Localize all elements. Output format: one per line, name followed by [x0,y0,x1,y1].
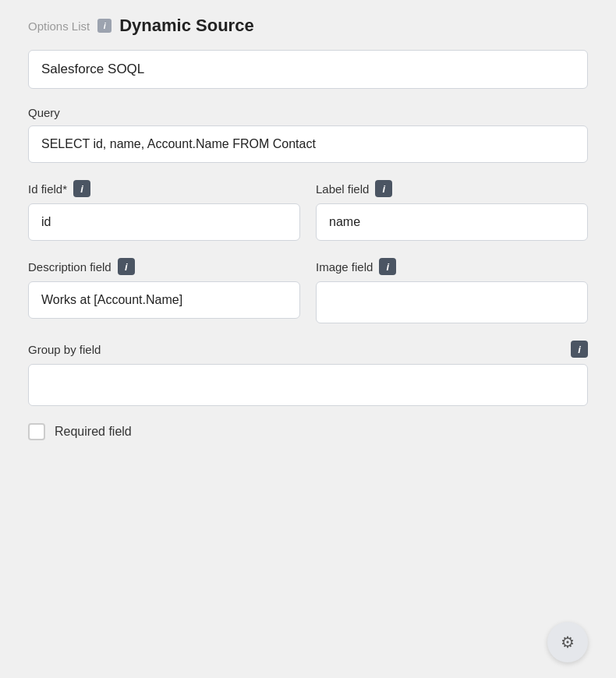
options-list-info-icon[interactable]: i [97,19,112,33]
id-label-row: Id field* i id Label field i name [28,180,588,241]
description-field-label-row: Description field i [28,258,300,275]
required-field-row: Required field [28,423,588,440]
id-field-section: Id field* i id [28,180,300,241]
required-field-label: Required field [55,425,132,439]
description-field-info-icon[interactable]: i [118,258,135,275]
query-label-text: Query [28,106,60,119]
group-by-field-section: Group by field i [28,341,588,406]
label-field-info-icon[interactable]: i [375,180,392,197]
image-field-label-row: Image field i [316,258,588,275]
group-by-field-label-text: Group by field [28,343,101,356]
image-field-input[interactable] [316,281,588,323]
group-by-field-label-row: Group by field i [28,341,588,358]
group-by-field-input[interactable] [28,364,588,406]
id-field-label-text: Id field* [28,182,67,196]
label-field-input[interactable]: name [316,203,588,241]
description-field-label-text: Description field [28,260,112,274]
id-field-label-row: Id field* i [28,180,300,197]
id-field-input[interactable]: id [28,203,300,241]
header-row: Options List i Dynamic Source [28,16,588,36]
query-section: Query SELECT id, name, Account.Name FROM… [28,106,588,163]
options-list-label: Options List [28,19,90,33]
page-container: Options List i Dynamic Source Salesforce… [0,0,616,456]
description-field-input[interactable]: Works at [Account.Name] [28,281,300,319]
label-field-label-row: Label field i [316,180,588,197]
fab-button[interactable]: ⚙ [547,622,588,662]
source-selector-section: Salesforce SOQL [28,50,588,89]
image-field-info-icon[interactable]: i [379,258,396,275]
dynamic-source-title: Dynamic Source [119,16,253,36]
image-field-section: Image field i [316,258,588,323]
desc-image-row: Description field i Works at [Account.Na… [28,258,588,323]
gear-icon: ⚙ [561,633,575,652]
image-field-label-text: Image field [316,260,373,274]
group-by-field-info-icon[interactable]: i [571,341,588,358]
label-field-section: Label field i name [316,180,588,241]
query-label: Query [28,106,588,119]
required-field-checkbox[interactable] [28,423,45,440]
label-field-label-text: Label field [316,182,369,196]
id-field-info-icon[interactable]: i [73,180,90,197]
description-field-section: Description field i Works at [Account.Na… [28,258,300,323]
source-selector[interactable]: Salesforce SOQL [28,50,588,89]
query-input[interactable]: SELECT id, name, Account.Name FROM Conta… [28,125,588,163]
